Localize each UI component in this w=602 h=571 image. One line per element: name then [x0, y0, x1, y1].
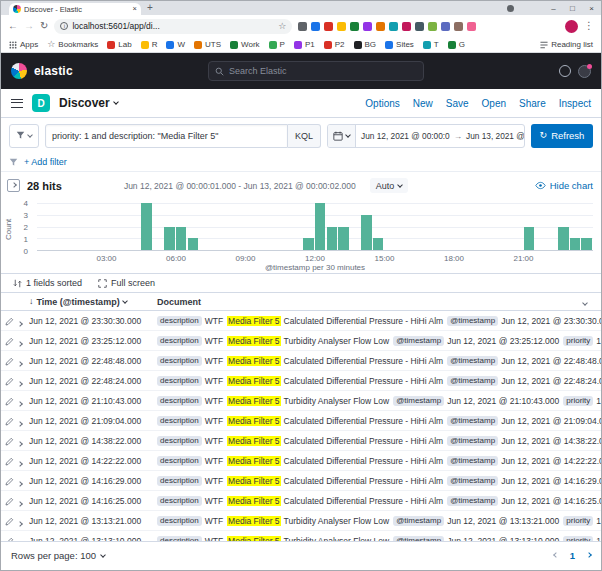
appbar-action-save[interactable]: Save	[446, 98, 469, 109]
table-row[interactable]: Jun 12, 2021 @ 23:25:12.000descriptionWT…	[1, 331, 601, 351]
chart-bar[interactable]	[315, 203, 325, 250]
expand-row-icon[interactable]	[18, 452, 22, 470]
appbar-action-options[interactable]: Options	[365, 98, 399, 109]
edit-icon[interactable]	[5, 532, 14, 542]
fields-sorted-button[interactable]: 1 fields sorted	[7, 276, 88, 290]
appbar-action-new[interactable]: New	[413, 98, 433, 109]
extension-icon[interactable]	[337, 22, 346, 31]
browser-menu-icon[interactable]	[584, 21, 594, 31]
bookmark-item[interactable]: T	[423, 40, 439, 49]
query-input[interactable]: priority: 1 and description: "Media Filt…	[45, 124, 288, 148]
chart-bar[interactable]	[141, 203, 151, 250]
edit-icon[interactable]	[5, 432, 14, 450]
edit-icon[interactable]	[5, 312, 14, 330]
chart-bar[interactable]	[164, 227, 174, 251]
table-row[interactable]: Jun 12, 2021 @ 23:30:30.000descriptionWT…	[1, 311, 601, 331]
user-avatar[interactable]	[578, 65, 591, 78]
elastic-logo-icon[interactable]	[11, 63, 27, 79]
table-row[interactable]: Jun 12, 2021 @ 14:16:25.000descriptionWT…	[1, 491, 601, 511]
forward-icon[interactable]	[24, 21, 34, 31]
bookmark-item[interactable]: UTS	[194, 40, 221, 49]
edit-icon[interactable]	[5, 492, 14, 510]
reload-icon[interactable]	[40, 21, 48, 31]
document-column-header[interactable]: Document	[157, 297, 583, 307]
date-range[interactable]: Jun 12, 2021 @ 00:00:0 → Jun 13, 2021 @ …	[356, 131, 524, 141]
query-language-button[interactable]: KQL	[288, 124, 321, 148]
add-filter-button[interactable]: + Add filter	[24, 157, 67, 167]
chart-bar[interactable]	[188, 238, 198, 250]
table-row[interactable]: Jun 12, 2021 @ 13:13:21.000descriptionWT…	[1, 511, 601, 531]
expand-row-icon[interactable]	[18, 512, 22, 530]
extension-icon[interactable]	[441, 22, 450, 31]
bookmark-item[interactable]: Lab	[107, 40, 131, 49]
full-screen-button[interactable]: Full screen	[92, 276, 161, 290]
global-search[interactable]	[208, 61, 424, 81]
current-page[interactable]: 1	[570, 550, 575, 561]
interval-select[interactable]: Auto	[370, 178, 409, 193]
bookmark-item[interactable]: BG	[354, 40, 377, 49]
chart-bar[interactable]	[303, 238, 313, 250]
table-row[interactable]: Jun 12, 2021 @ 21:10:43.000descriptionWT…	[1, 391, 601, 411]
bookmark-item[interactable]: P1	[294, 40, 315, 49]
table-row[interactable]: Jun 12, 2021 @ 14:38:22.000descriptionWT…	[1, 431, 601, 451]
expand-row-icon[interactable]	[18, 312, 22, 330]
expand-row-icon[interactable]	[18, 532, 22, 542]
refresh-button[interactable]: Refresh	[531, 124, 593, 148]
appbar-action-open[interactable]: Open	[482, 98, 506, 109]
table-row[interactable]: Jun 12, 2021 @ 13:13:10.000descriptionWT…	[1, 531, 601, 541]
expand-row-icon[interactable]	[18, 472, 22, 490]
chart-bar[interactable]	[558, 227, 568, 251]
bookmarks-folder[interactable]: Bookmarks	[47, 40, 98, 49]
bookmark-item[interactable]: Work	[230, 40, 260, 49]
extension-icon[interactable]	[428, 22, 437, 31]
breadcrumb[interactable]: Discover	[59, 96, 118, 110]
chart-bar[interactable]	[524, 227, 534, 251]
chart-bar[interactable]	[373, 238, 383, 250]
column-menu-icon[interactable]	[583, 297, 601, 307]
expand-row-icon[interactable]	[18, 492, 22, 510]
table-row[interactable]: Jun 12, 2021 @ 21:09:04.000descriptionWT…	[1, 411, 601, 431]
date-from[interactable]: Jun 12, 2021 @ 00:00:0	[361, 131, 450, 141]
chevron-down-icon[interactable]	[122, 298, 128, 304]
bookmark-item[interactable]: W	[166, 40, 185, 49]
back-icon[interactable]	[8, 21, 18, 31]
bookmark-item[interactable]: P2	[324, 40, 345, 49]
edit-icon[interactable]	[5, 472, 14, 490]
chart-bar[interactable]	[361, 215, 371, 250]
extension-icon[interactable]	[467, 22, 476, 31]
tab-close-icon[interactable]	[133, 5, 137, 13]
saved-query-button[interactable]	[9, 124, 39, 148]
date-to[interactable]: Jun 13, 2021 @ 00:00:0	[466, 131, 524, 141]
expand-row-icon[interactable]	[18, 372, 22, 390]
edit-icon[interactable]	[5, 452, 14, 470]
site-info-icon[interactable]	[60, 22, 68, 30]
previous-page-icon[interactable]	[553, 552, 559, 558]
menu-hamburger-icon[interactable]	[11, 99, 23, 108]
extension-icon[interactable]	[454, 22, 463, 31]
close-button[interactable]	[582, 2, 601, 15]
extension-icon[interactable]	[376, 22, 385, 31]
table-row[interactable]: Jun 12, 2021 @ 14:22:22.000descriptionWT…	[1, 451, 601, 471]
edit-icon[interactable]	[5, 372, 14, 390]
space-avatar[interactable]: D	[32, 94, 50, 112]
table-row[interactable]: Jun 12, 2021 @ 22:48:48.000descriptionWT…	[1, 351, 601, 371]
edit-icon[interactable]	[5, 332, 14, 350]
edit-icon[interactable]	[5, 412, 14, 430]
bookmark-item[interactable]: Sites	[385, 40, 414, 49]
extension-icon[interactable]	[389, 22, 398, 31]
appbar-action-share[interactable]: Share	[519, 98, 546, 109]
expand-row-icon[interactable]	[18, 332, 22, 350]
chart-bar[interactable]	[338, 227, 348, 251]
minimize-button[interactable]	[544, 2, 563, 15]
table-row[interactable]: Jun 12, 2021 @ 14:16:29.000descriptionWT…	[1, 471, 601, 491]
extension-icon[interactable]	[324, 22, 333, 31]
extension-icon[interactable]	[311, 22, 320, 31]
deployment-icon[interactable]	[559, 65, 571, 77]
hide-chart-button[interactable]: Hide chart	[535, 180, 593, 191]
extension-icon[interactable]	[363, 22, 372, 31]
bookmark-star-icon[interactable]	[278, 22, 286, 31]
extension-icon[interactable]	[350, 22, 359, 31]
extension-icon[interactable]	[298, 22, 307, 31]
appbar-action-inspect[interactable]: Inspect	[559, 98, 591, 109]
extension-icon[interactable]	[415, 22, 424, 31]
